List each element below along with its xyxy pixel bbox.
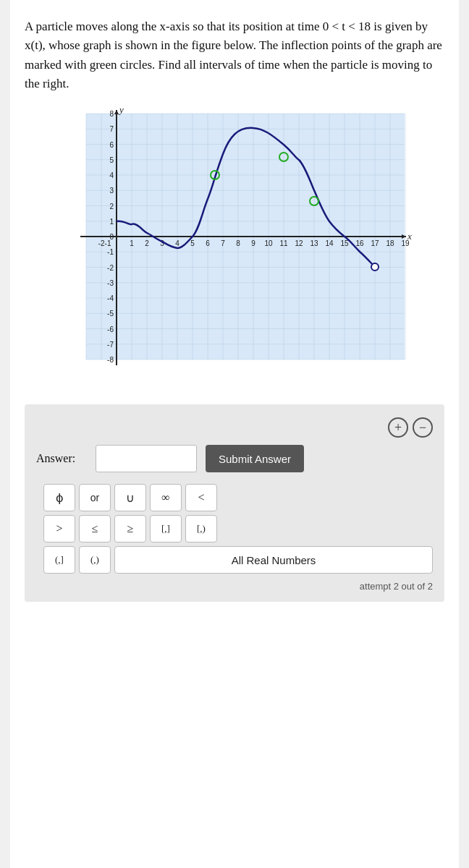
keypad-row-1: ϕ or ∪ ∞ < <box>43 484 433 511</box>
svg-text:5: 5 <box>109 156 114 164</box>
svg-text:0: 0 <box>109 233 114 241</box>
svg-text:1: 1 <box>109 218 114 226</box>
svg-text:-7: -7 <box>107 341 114 349</box>
key-open-interval[interactable]: (,) <box>79 546 111 574</box>
svg-point-87 <box>371 263 379 271</box>
svg-text:4: 4 <box>175 239 179 247</box>
svg-text:10: 10 <box>264 239 273 247</box>
answer-row: Answer: Submit Answer <box>36 445 433 472</box>
answer-input[interactable] <box>96 445 197 472</box>
key-or[interactable]: or <box>79 484 111 511</box>
svg-text:1: 1 <box>130 239 134 247</box>
key-less-than[interactable]: < <box>185 484 217 511</box>
svg-text:2: 2 <box>145 239 149 247</box>
svg-text:-5: -5 <box>107 310 114 318</box>
answer-section: + − Answer: Submit Answer ϕ or ∪ ∞ < > ≤… <box>25 404 444 602</box>
svg-text:-4: -4 <box>107 294 114 302</box>
svg-text:18: 18 <box>386 239 394 247</box>
svg-text:-6: -6 <box>107 326 114 333</box>
svg-text:13: 13 <box>310 239 318 247</box>
key-phi[interactable]: ϕ <box>43 484 75 511</box>
key-half-open-left[interactable]: (,] <box>43 546 75 574</box>
svg-text:-2: -2 <box>107 264 114 272</box>
submit-button[interactable]: Submit Answer <box>206 445 304 472</box>
key-geq[interactable]: ≥ <box>114 515 146 542</box>
keypad-row-3: (,] (,) All Real Numbers <box>43 546 433 574</box>
svg-text:19: 19 <box>401 239 410 247</box>
svg-text:17: 17 <box>371 239 379 247</box>
svg-text:8: 8 <box>109 110 114 118</box>
all-real-numbers-button[interactable]: All Real Numbers <box>114 546 433 574</box>
key-half-open-right[interactable]: [,) <box>185 515 217 542</box>
answer-label: Answer: <box>36 452 87 465</box>
attempt-text: attempt 2 out of 2 <box>36 581 433 592</box>
keypad-row-2: > ≤ ≥ [,] [,) <box>43 515 433 542</box>
keypad: ϕ or ∪ ∞ < > ≤ ≥ [,] [,) (,] (,) All Rea… <box>43 484 433 574</box>
svg-text:-1: -1 <box>107 249 114 257</box>
key-union[interactable]: ∪ <box>114 484 146 511</box>
svg-text:-3: -3 <box>107 279 114 287</box>
svg-text:-2: -2 <box>98 239 105 247</box>
svg-text:11: 11 <box>279 239 288 247</box>
svg-text:15: 15 <box>340 239 349 247</box>
svg-text:16: 16 <box>355 239 364 247</box>
svg-text:3: 3 <box>109 187 114 195</box>
key-leq[interactable]: ≤ <box>79 515 111 542</box>
svg-text:14: 14 <box>325 239 334 247</box>
key-greater-than[interactable]: > <box>43 515 75 542</box>
svg-text:7: 7 <box>109 126 114 134</box>
svg-text:-8: -8 <box>107 356 114 364</box>
key-infinity[interactable]: ∞ <box>150 484 182 511</box>
key-closed-interval[interactable]: [,] <box>150 515 182 542</box>
svg-text:12: 12 <box>295 239 303 247</box>
svg-text:6: 6 <box>109 141 114 149</box>
graph-container: x y -2 1 2 3 4 5 6 7 8 9 10 11 12 13 14 <box>25 106 444 388</box>
svg-text:4: 4 <box>109 171 114 179</box>
svg-text:y: y <box>118 106 124 115</box>
svg-marker-43 <box>114 110 119 114</box>
svg-text:2: 2 <box>109 203 114 210</box>
minus-button[interactable]: − <box>413 417 433 438</box>
svg-text:9: 9 <box>251 239 255 247</box>
add-button[interactable]: + <box>388 417 408 438</box>
problem-text: A particle moves along the x-axis so tha… <box>25 17 444 93</box>
svg-text:7: 7 <box>221 239 225 247</box>
svg-text:8: 8 <box>236 239 240 247</box>
svg-text:5: 5 <box>190 239 195 247</box>
svg-text:6: 6 <box>206 239 210 247</box>
